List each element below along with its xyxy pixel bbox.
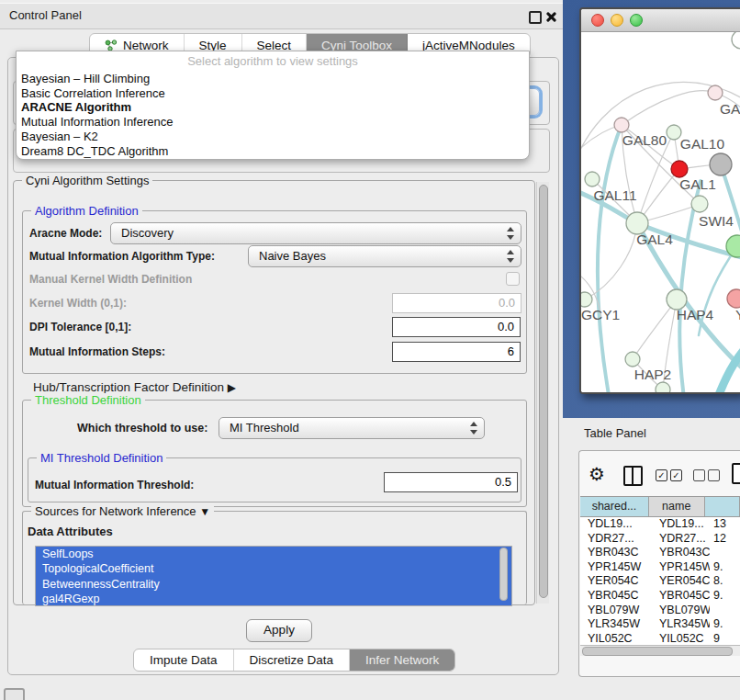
deselect-all-icon[interactable] — [693, 469, 705, 481]
table-cell: 9 — [710, 632, 740, 646]
manual-kernel-checkbox[interactable] — [506, 272, 520, 286]
network-node[interactable] — [710, 153, 732, 175]
threshold-definition-title: Threshold Definition — [31, 393, 145, 407]
sources-title-wrap[interactable]: Sources for Network Inference ▼ — [31, 504, 214, 518]
data-attribute-item[interactable]: gal4RGexp — [36, 592, 511, 606]
network-node[interactable] — [732, 32, 740, 49]
apply-button[interactable]: Apply — [246, 619, 312, 642]
table-cell: YBR045C — [652, 589, 710, 604]
manual-kernel-label: Manual Kernel Width Definition — [29, 273, 192, 286]
control-panel-titlebar: Control Panel — [0, 3, 563, 29]
mi-algorithm-type-label: Mutual Information Algorithm Type: — [29, 250, 215, 263]
settings-scrollbar[interactable] — [536, 182, 549, 604]
algorithm-dropdown-placeholder: Select algorithm to view settings — [17, 54, 529, 68]
data-attribute-item[interactable]: TopologicalCoefficient — [36, 561, 511, 576]
network-edge[interactable] — [633, 299, 677, 359]
column-header-shared-name[interactable]: shared... — [580, 497, 649, 516]
network-node[interactable] — [727, 289, 740, 308]
deselect-all-icon[interactable] — [708, 469, 720, 481]
dock-corner-icon[interactable] — [4, 688, 25, 700]
table-row[interactable]: YPR145WYPR145W9. — [580, 560, 740, 575]
table-row[interactable]: YBL079WYBL079W — [580, 604, 740, 618]
table-row[interactable]: YIL052CYIL052C9 — [580, 632, 740, 646]
algorithm-dropdown-list: Bayesian – Hill ClimbingBasic Correlatio… — [21, 72, 524, 158]
table-cell: 12 — [710, 532, 740, 547]
gear-icon[interactable]: ⚙ — [589, 463, 605, 485]
table-header-row: shared... name — [580, 497, 740, 517]
tab-discretize-data[interactable]: Discretize Data — [234, 649, 351, 671]
network-edge[interactable] — [598, 125, 622, 392]
network-window-titlebar[interactable] — [581, 9, 740, 32]
network-node[interactable] — [708, 85, 723, 100]
table-row[interactable]: YBR045CYBR045C9. — [580, 589, 740, 604]
data-attribute-item[interactable]: BetweennessCentrality — [36, 577, 511, 592]
close-window-icon[interactable] — [591, 14, 604, 27]
network-node[interactable] — [691, 196, 708, 212]
hub-definition-toggle[interactable]: Hub/Transcription Factor Definition ▶ — [33, 380, 236, 394]
algorithm-option[interactable]: Bayesian – Hill Climbing — [21, 72, 524, 86]
table-scrollbar-thumb[interactable] — [582, 647, 733, 656]
table-row[interactable]: YDL19...YDL19...13 — [580, 517, 740, 532]
network-node[interactable] — [656, 382, 670, 392]
table-horizontal-scrollbar[interactable] — [580, 645, 740, 656]
algorithm-option[interactable]: Mutual Information Inference — [21, 115, 524, 130]
network-canvas[interactable]: GALGAL80GAL10GAL1GAL11SWI4GAL4GCY1HAP4YH… — [581, 32, 740, 392]
network-node[interactable] — [625, 352, 640, 367]
kernel-width-field[interactable]: 0.0 — [392, 293, 521, 313]
float-window-icon[interactable] — [529, 11, 542, 24]
dpi-tolerance-field[interactable]: 0.0 — [392, 317, 521, 337]
node-label: GAL10 — [680, 136, 725, 152]
algorithm-option[interactable]: Dream8 DC_TDC Algorithm — [21, 144, 524, 159]
aracne-mode-label: Aracne Mode: — [29, 227, 102, 240]
aracne-mode-value: Discovery — [121, 223, 174, 243]
column-header-partial[interactable] — [705, 497, 740, 516]
tab-label: Infer Network — [365, 653, 439, 667]
mi-threshold-field[interactable]: 0.5 — [384, 472, 518, 492]
minimize-window-icon[interactable] — [611, 14, 623, 27]
mi-algorithm-type-combo[interactable]: Naive Bayes — [248, 245, 521, 267]
network-node[interactable] — [581, 292, 592, 307]
table-row[interactable]: YDR27...YDR27...12 — [580, 532, 740, 547]
table-cell — [710, 546, 740, 560]
network-edge[interactable] — [679, 181, 701, 392]
aracne-mode-combo[interactable]: Discovery — [110, 222, 521, 244]
algorithm-option[interactable]: ARACNE Algorithm — [21, 100, 524, 115]
algorithm-option[interactable]: Basic Correlation Inference — [21, 86, 524, 101]
bottom-tab-bar: Impute Data Discretize Data Infer Networ… — [133, 649, 455, 672]
table-row[interactable]: YBR043CYBR043C — [580, 546, 740, 560]
node-label: GAL4 — [636, 231, 673, 247]
table-row[interactable]: YLR345WYLR345W9. — [580, 617, 740, 632]
network-view-window[interactable]: GALGAL80GAL10GAL1GAL11SWI4GAL4GCY1HAP4YH… — [579, 7, 740, 394]
split-view-icon[interactable] — [623, 466, 643, 486]
table-panel-title: Table Panel — [584, 426, 646, 440]
node-label: SWI4 — [699, 213, 734, 229]
network-node[interactable] — [614, 118, 629, 132]
sources-title: Sources for Network Inference — [35, 504, 196, 518]
settings-group-title: Cyni Algorithm Settings — [22, 174, 152, 187]
tab-infer-network[interactable]: Infer Network — [350, 649, 454, 671]
data-attribute-item[interactable]: SelfLoops — [36, 547, 511, 561]
select-all-icon[interactable]: ✓ — [656, 469, 667, 481]
network-node[interactable] — [585, 172, 600, 186]
mi-algorithm-type-value: Naive Bayes — [259, 246, 326, 266]
close-panel-icon[interactable] — [545, 11, 556, 22]
settings-scrollbar-thumb[interactable] — [539, 185, 548, 598]
network-edge[interactable] — [585, 223, 637, 299]
node-label: Y — [735, 307, 740, 322]
table-row[interactable]: YER054CYER054C8. — [580, 574, 740, 589]
select-all-icon[interactable]: ✓ — [670, 469, 682, 481]
tab-impute-data[interactable]: Impute Data — [134, 649, 234, 671]
new-file-icon[interactable] — [732, 463, 740, 484]
kernel-width-label: Kernel Width (0,1): — [29, 297, 127, 310]
table-cell: YDL19... — [652, 517, 710, 532]
network-node[interactable] — [667, 125, 681, 140]
zoom-window-icon[interactable] — [630, 14, 643, 27]
table-cell: YDR27... — [652, 532, 710, 547]
attributes-scrollbar[interactable] — [499, 548, 508, 601]
algorithm-option[interactable]: Bayesian – K2 — [21, 130, 524, 144]
mi-steps-field[interactable]: 6 — [392, 342, 521, 362]
column-header-name[interactable]: name — [649, 497, 705, 516]
data-attributes-list[interactable]: SelfLoopsTopologicalCoefficientBetweenne… — [35, 546, 512, 606]
network-node[interactable] — [671, 161, 688, 177]
which-threshold-combo[interactable]: MI Threshold — [219, 417, 485, 439]
